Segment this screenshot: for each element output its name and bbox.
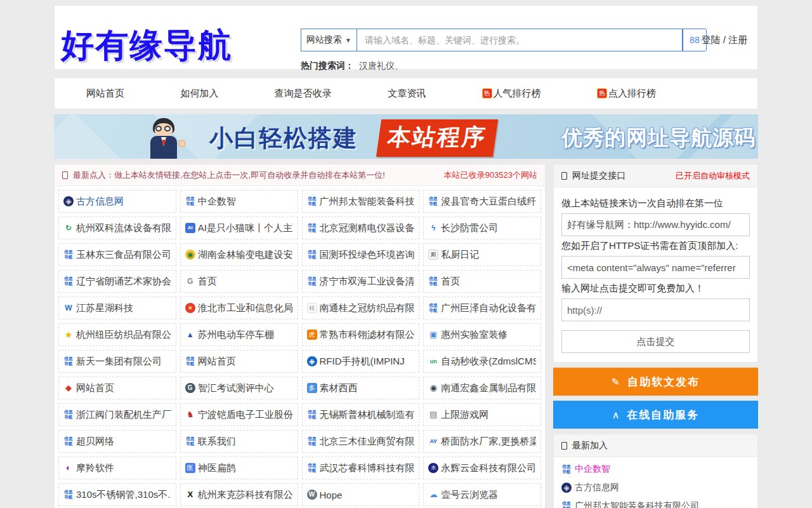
site-link[interactable]: 信息导航 网站首页 (180, 350, 298, 373)
site-link[interactable]: 信息导航 北京冠测精电仪器设备... (302, 217, 420, 239)
site-link[interactable]: 厨 私厨日记 (423, 243, 541, 266)
site-link[interactable]: 信息导航 联系我们 (180, 430, 298, 453)
site-link-label: 淮北市工业和信息化局 (198, 302, 293, 314)
site-link-code-box[interactable]: 好有缘导航网：http://www.hyyidc.com/ (561, 213, 750, 236)
site-link[interactable]: 信息导航 北京三木佳业商贸有限... (302, 430, 420, 453)
site-link[interactable]: ↻ 杭州双科流体设备有限... (58, 217, 176, 239)
site-link[interactable]: 信息导航 310s不锈钢管,310s不... (58, 483, 176, 506)
site-favicon-icon: ◉ (428, 383, 438, 393)
nav-item[interactable]: 网站首页 (86, 88, 124, 100)
nav-item[interactable]: 查询是否收录 (275, 88, 332, 100)
site-favicon-icon: G (185, 276, 195, 286)
site-favicon-icon: 信息导航 (307, 436, 317, 446)
site-favicon-icon: G (185, 383, 195, 393)
site-header: 好有缘导航 网站搜索 ▼ 88 登陆 / 注册 热门搜索词：汉唐礼仪、 (54, 5, 758, 70)
online-service-button[interactable]: ∧ 在线自助服务 (553, 401, 758, 429)
site-link[interactable]: 信息导航 玉林东三食品有限公司... (58, 243, 176, 266)
nav-item[interactable]: 热 点入排行榜 (597, 88, 656, 100)
self-publish-button[interactable]: ✎ 自助软文发布 (553, 368, 758, 396)
nav-item[interactable]: 热 人气排行榜 (482, 88, 541, 100)
site-link[interactable]: ◉ 湖南金林输变电建设安... (180, 243, 298, 266)
site-link[interactable]: ◆ 网站首页 (58, 377, 176, 399)
site-link[interactable]: ★ 杭州纽臣纺织品有限公司 (58, 323, 176, 346)
site-link[interactable]: ◈ RFID手持机(IMPINJ (302, 350, 420, 373)
hot-badge: 热 (482, 88, 492, 98)
latest-site-link[interactable]: ◈ 古方信息网 (561, 478, 750, 497)
site-link[interactable]: X 杭州来克莎科技有限公司 (180, 483, 298, 506)
site-link[interactable]: 信息导航 国测环投绿色环境咨询... (302, 243, 420, 266)
site-link[interactable]: 信息导航 武汉芯睿科博科技有限... (302, 457, 420, 479)
latest-site-link[interactable]: 信息导航 中企数智 (561, 460, 750, 478)
submit-instruction-2: 您如开启了HTTPS证书需在首页顶部加入: (561, 240, 750, 252)
site-link[interactable]: 多 素材西西 (302, 377, 420, 399)
site-link[interactable]: ◈ 古方信息网 (58, 190, 176, 213)
site-link[interactable]: ☁ 壹号云浏览器 (423, 483, 541, 506)
search-category-select[interactable]: 网站搜索 ▼ (301, 29, 357, 51)
site-link[interactable]: ◉ 南通宏鑫金属制品有限... (423, 377, 541, 399)
site-logo[interactable]: 好有缘导航 (61, 23, 232, 68)
site-link-label: 浚县官奇大豆蛋白绒纤... (441, 196, 536, 208)
nav-item[interactable]: 如何加入 (180, 88, 218, 100)
site-link[interactable]: G 首页 (180, 270, 298, 293)
site-link[interactable]: 信息导航 无锡斯普林机械制造有... (302, 403, 420, 426)
site-link-label: 壹号云浏览器 (441, 489, 498, 501)
promo-banner[interactable]: 小白轻松搭建 本站程序 优秀的网址导航源码 (54, 114, 758, 159)
site-favicon-icon: W (63, 303, 74, 313)
latest-site-link[interactable]: 信息导航 广州邦太智能装备科技有限公司 (561, 497, 750, 508)
site-favicon-icon: ◐ (63, 463, 74, 473)
site-favicon-icon: 信息导航 (307, 250, 317, 260)
latest-list: 信息导航 中企数智 ◈ 古方信息网 信息导航 广州邦太智能装备科技有限公司 信息… (554, 457, 757, 508)
new-icon (561, 442, 567, 450)
site-link[interactable]: W Hope (302, 483, 420, 506)
site-link[interactable]: 虎 常熟市科翎滤材有限公司 (302, 323, 420, 346)
site-link[interactable]: 信息导航 广州邦太智能装备科技... (302, 190, 420, 213)
site-link[interactable]: AI AI是只小猫咪丨个人主页 (180, 217, 298, 239)
site-link[interactable]: ◐ 摩羚软件 (58, 457, 176, 479)
site-link-label: 素材西西 (320, 382, 358, 394)
site-favicon-icon: 信息导航 (428, 303, 438, 313)
site-link[interactable]: 永 永辉云金科技有限公司 (423, 457, 541, 479)
site-link[interactable]: un 自动秒收录(ZdmslCMS) (423, 350, 541, 373)
site-favicon-icon: 医 (185, 463, 195, 473)
site-link[interactable]: W 江苏星湖科技 (58, 297, 176, 319)
banner-text-2: 优秀的网址导航源码 (561, 124, 756, 152)
site-link[interactable]: 信息导航 首页 (423, 270, 541, 293)
site-link[interactable]: 信息导航 广州巨泽自动化设备有... (423, 297, 541, 319)
site-link[interactable]: G 智汇考试测评中心 (180, 377, 298, 399)
site-link-label: 杭州纽臣纺织品有限公司 (76, 329, 171, 341)
site-favicon-icon: 虎 (307, 330, 317, 340)
site-link[interactable]: 信息导航 辽宁省朗诵艺术家协会 (58, 270, 176, 293)
site-link[interactable]: ▤ 上限游戏网 (423, 403, 541, 426)
hot-word-link[interactable]: 汉唐礼仪、 (359, 60, 403, 70)
online-service-label: 在线自助服务 (627, 408, 699, 422)
nav-item[interactable]: 文章资讯 (388, 88, 426, 100)
notice-text: 做上本站友情链接,在您站上点击一次,即可自动收录并自动排在本站第一位! (114, 170, 385, 181)
site-link[interactable]: 信息导航 济宁市双海工业设备清... (302, 270, 420, 293)
site-link[interactable]: 信息导航 浙江阀门装配机生产厂家 (58, 403, 176, 426)
submit-panel-title: 网址提交接口 (572, 170, 625, 182)
site-link-label: 宁波铠盾电子工业股份... (198, 409, 293, 421)
chevron-down-icon: ▼ (345, 37, 351, 44)
site-link[interactable]: 信息导航 新天一集团有限公司 (58, 350, 176, 373)
bell-icon (62, 171, 68, 179)
site-link[interactable]: ★ 淮北市工业和信息化局 (180, 297, 298, 319)
site-link[interactable]: 信息导航 浚县官奇大豆蛋白绒纤... (423, 190, 541, 213)
meta-code-box[interactable]: <meta content="always" name="referrer (561, 256, 750, 279)
site-favicon-icon: 信息导航 (63, 490, 74, 500)
site-link[interactable]: ▣ 惠州实验室装修 (423, 323, 541, 346)
site-link[interactable]: ♞ 宁波铠盾电子工业股份... (180, 403, 298, 426)
url-submit-input[interactable] (561, 298, 750, 321)
site-link[interactable]: 信息导航 超贝网络 (58, 430, 176, 453)
site-link-label: 古方信息网 (76, 196, 124, 208)
site-link[interactable]: 医 神医扁鹊 (180, 457, 298, 479)
site-link[interactable]: 桂 南通桂之冠纺织品有限... (302, 297, 420, 319)
site-count-link[interactable]: 本站已收录903523个网站 (444, 170, 537, 181)
site-link[interactable]: 信息导航 中企数智 (180, 190, 298, 213)
site-link[interactable]: AY 桥面防水厂家,更换桥梁... (423, 430, 541, 453)
submit-url-button[interactable]: 点击提交 (561, 330, 750, 353)
search-input[interactable] (357, 29, 683, 51)
site-link[interactable]: ϟ 长沙防雷公司 (423, 217, 541, 239)
login-register-link[interactable]: 登陆 / 注册 (701, 34, 747, 46)
hot-badge: 热 (597, 88, 607, 98)
site-link[interactable]: ▲ 苏州电动车停车棚 (180, 323, 298, 346)
